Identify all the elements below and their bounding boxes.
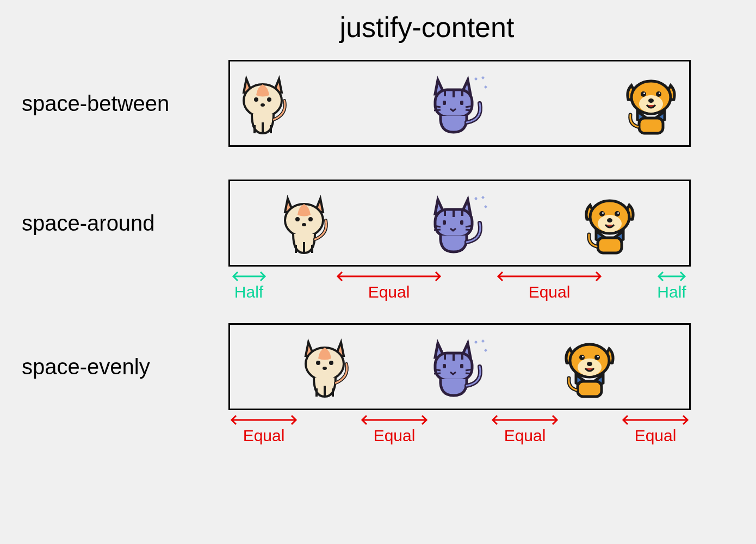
equal-arrow: Equal <box>620 413 691 445</box>
around-annotations: Half Equal Equal Half <box>228 270 691 301</box>
cat-purple-icon <box>424 188 495 258</box>
equal-arrow: Equal <box>334 270 443 301</box>
cat-cream-icon <box>230 68 301 139</box>
example-row-around: space-around <box>22 180 734 267</box>
dog-orange-icon <box>618 68 689 139</box>
flex-container-between <box>228 60 691 147</box>
equal-arrow: Equal <box>359 413 430 445</box>
row-label: space-between <box>22 91 228 116</box>
cat-cream-icon <box>292 331 363 402</box>
equal-arrow: Equal <box>495 270 604 301</box>
evenly-annotations: Equal Equal Equal Equal <box>228 413 691 445</box>
cat-cream-icon <box>271 188 342 258</box>
dog-orange-icon <box>557 331 628 402</box>
row-label: space-evenly <box>22 355 228 379</box>
example-row-between: space-between <box>22 60 734 147</box>
flex-container-around <box>228 180 691 267</box>
flex-container-evenly <box>228 323 691 410</box>
page-title: justify-content <box>120 11 734 44</box>
half-arrow-right: Half <box>653 270 691 301</box>
cat-purple-icon <box>424 331 495 402</box>
cat-purple-icon <box>424 68 495 139</box>
dog-orange-icon <box>577 188 648 258</box>
example-row-evenly: space-evenly <box>22 323 734 410</box>
half-arrow-left: Half <box>228 270 269 301</box>
equal-arrow: Equal <box>228 413 299 445</box>
row-label: space-around <box>22 211 228 236</box>
equal-arrow: Equal <box>489 413 560 445</box>
